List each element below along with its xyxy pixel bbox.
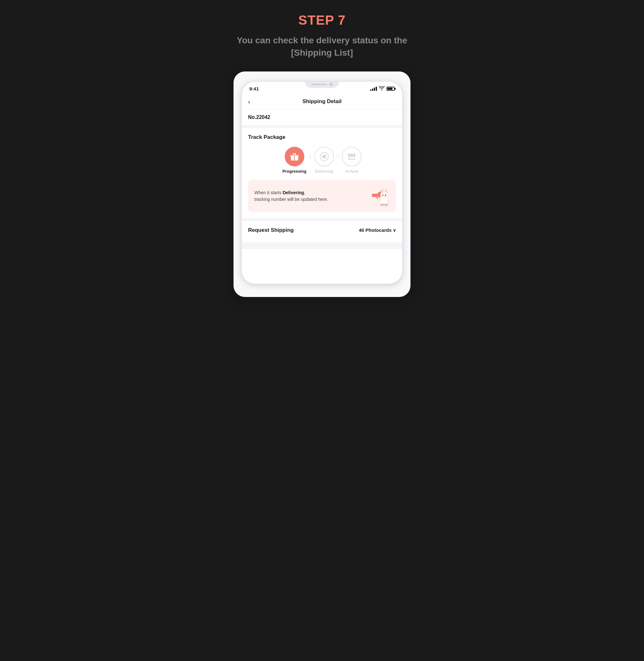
step-delivering: Delivering (315, 147, 334, 174)
svg-line-22 (377, 197, 381, 200)
info-text: When it starts Delivering, tracking numb… (254, 190, 328, 203)
svg-point-14 (382, 189, 383, 193)
arrow-1: › (310, 153, 311, 159)
status-time: 9:41 (249, 86, 259, 91)
delivering-circle (315, 147, 334, 167)
status-icons (370, 86, 395, 91)
svg-point-25 (384, 204, 388, 206)
page-container: STEP 7 You can check the delivery status… (233, 13, 411, 297)
step-arrived: Arrived (342, 147, 362, 174)
info-box: When it starts Delivering, tracking numb… (248, 180, 396, 212)
nav-bar: ‹ Shipping Detail (242, 94, 402, 109)
notch-line (311, 84, 327, 85)
phone-device: 9:41 (241, 81, 403, 284)
svg-point-18 (385, 195, 386, 195)
track-section-title: Track Package (248, 134, 396, 140)
request-section: Request Shipping 40 Photocards ∨ (242, 221, 402, 240)
back-button[interactable]: ‹ (248, 98, 250, 105)
request-shipping-label: Request Shipping (248, 227, 294, 234)
wifi-icon (379, 86, 385, 91)
order-section: No.22042 (242, 109, 402, 128)
progressing-label: Progressing (282, 169, 306, 174)
progressing-circle (285, 147, 304, 167)
battery-icon (387, 87, 395, 91)
plane-icon (320, 152, 329, 161)
request-value[interactable]: 40 Photocards ∨ (359, 227, 396, 233)
svg-point-20 (382, 196, 383, 197)
bunny-mascot (371, 185, 390, 207)
phone-notch (305, 82, 339, 88)
request-value-text: 40 Photocards (359, 227, 392, 233)
notch-camera (329, 83, 333, 86)
bottom-cut (242, 240, 402, 249)
svg-point-16 (385, 189, 387, 193)
phone-card: 9:41 (233, 71, 411, 297)
svg-point-3 (320, 152, 328, 161)
delivering-label: Delivering (315, 169, 334, 174)
svg-rect-8 (372, 194, 377, 197)
app-content: ‹ Shipping Detail No.22042 Track Package (242, 94, 402, 284)
track-section: Track Package (242, 128, 402, 221)
step-title: STEP 7 (298, 13, 346, 28)
nav-title: Shipping Detail (302, 98, 342, 105)
svg-point-17 (382, 195, 383, 195)
status-steps: Progressing › (248, 147, 396, 174)
svg-marker-9 (377, 191, 381, 198)
step-progressing: Progressing (282, 147, 306, 174)
arrived-circle (342, 147, 362, 167)
arrow-2: › (337, 153, 339, 159)
chevron-down-icon: ∨ (393, 228, 396, 233)
order-number: No.22042 (248, 114, 270, 120)
box-icon (347, 152, 356, 161)
arrived-label: Arrived (345, 169, 358, 174)
svg-point-24 (380, 204, 385, 206)
step-description: You can check the delivery status on the… (233, 34, 411, 59)
signal-icon (370, 87, 377, 91)
svg-point-21 (385, 196, 387, 197)
gift-icon (290, 152, 299, 161)
svg-point-19 (384, 196, 385, 197)
